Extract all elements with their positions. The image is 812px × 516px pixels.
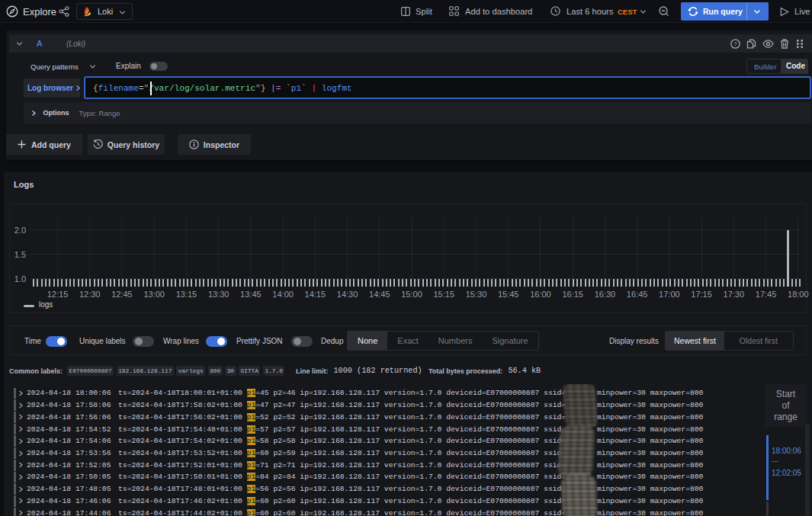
svg-text:?: ? [733,40,737,47]
